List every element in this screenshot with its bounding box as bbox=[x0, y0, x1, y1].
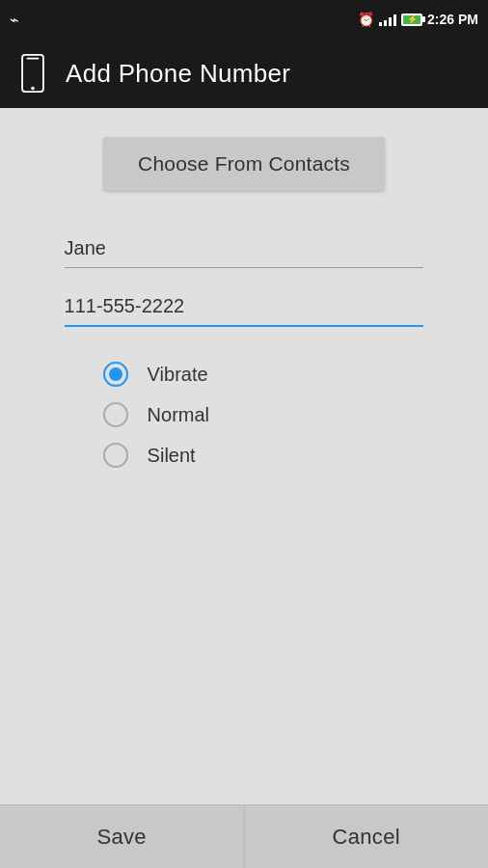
main-content: Choose From Contacts Vibrate Normal Sile… bbox=[0, 108, 488, 868]
normal-label: Normal bbox=[148, 404, 209, 426]
status-time: 2:26 PM bbox=[427, 12, 478, 27]
alert-type-radio-group: Vibrate Normal Silent bbox=[65, 362, 424, 468]
silent-label: Silent bbox=[148, 445, 196, 467]
svg-point-2 bbox=[31, 87, 35, 91]
silent-radio-option[interactable]: Silent bbox=[103, 443, 424, 468]
signal-icon bbox=[379, 13, 396, 26]
alarm-icon: ⏰ bbox=[358, 12, 374, 27]
app-icon bbox=[15, 52, 50, 95]
status-bar: ⌁ ⏰ ⚡ 2:26 PM bbox=[0, 0, 488, 39]
battery-icon: ⚡ bbox=[401, 14, 422, 26]
vibrate-radio-inner bbox=[109, 367, 122, 381]
vibrate-label: Vibrate bbox=[148, 364, 208, 386]
name-input-group bbox=[65, 230, 424, 268]
svg-rect-1 bbox=[27, 58, 40, 60]
bottom-buttons: Save Cancel bbox=[0, 804, 488, 868]
vibrate-radio-option[interactable]: Vibrate bbox=[103, 362, 424, 387]
choose-contacts-button[interactable]: Choose From Contacts bbox=[103, 137, 385, 191]
silent-radio-circle[interactable] bbox=[103, 443, 128, 468]
app-bar: Add Phone Number bbox=[0, 39, 488, 108]
status-right-icons: ⏰ ⚡ 2:26 PM bbox=[358, 12, 478, 27]
status-left-icons: ⌁ bbox=[10, 11, 19, 29]
normal-radio-option[interactable]: Normal bbox=[103, 402, 424, 427]
save-button[interactable]: Save bbox=[0, 804, 245, 868]
phone-input-group bbox=[65, 287, 424, 327]
app-title: Add Phone Number bbox=[66, 59, 290, 89]
svg-rect-0 bbox=[22, 55, 43, 92]
vibrate-radio-circle[interactable] bbox=[103, 362, 128, 387]
cancel-button[interactable]: Cancel bbox=[245, 804, 489, 868]
name-input[interactable] bbox=[65, 230, 424, 268]
phone-input[interactable] bbox=[65, 287, 424, 327]
usb-icon: ⌁ bbox=[10, 11, 19, 29]
normal-radio-circle[interactable] bbox=[103, 402, 128, 427]
